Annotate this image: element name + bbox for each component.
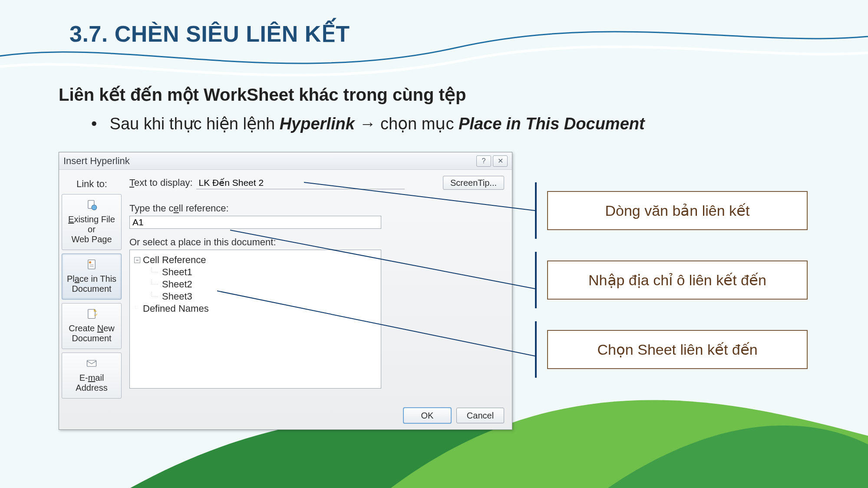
insert-hyperlink-dialog: Insert Hyperlink ? ✕ Link to: EExisting … bbox=[59, 152, 512, 430]
bullet-hyperlink-word: Hyperlink bbox=[280, 115, 355, 133]
close-button[interactable]: ✕ bbox=[493, 155, 508, 167]
cell-reference-label: Type the cell reference: bbox=[129, 203, 504, 214]
svg-rect-2 bbox=[88, 260, 95, 269]
email-address-button[interactable]: E-mail Address bbox=[62, 353, 122, 399]
place-in-this-document-button[interactable]: Place in This Document bbox=[62, 254, 122, 300]
text-to-display-input[interactable] bbox=[196, 176, 405, 189]
new-document-icon bbox=[86, 308, 98, 320]
collapse-icon[interactable]: − bbox=[134, 257, 140, 263]
tree-cell-reference[interactable]: − Cell Reference bbox=[132, 254, 378, 266]
svg-point-1 bbox=[92, 205, 97, 210]
bullet-arrow: → bbox=[355, 115, 380, 133]
slide-title: 3.7. CHÈN SIÊU LIÊN KẾT bbox=[69, 21, 350, 47]
callout-select-sheet: Chọn Sheet liên kết đến bbox=[547, 330, 808, 369]
tree-branch-icon bbox=[150, 292, 159, 301]
dialog-titlebar: Insert Hyperlink ? ✕ bbox=[59, 152, 512, 170]
link-to-label: Link to: bbox=[76, 178, 107, 190]
bullet-text-2: chọn mục bbox=[380, 115, 459, 133]
svg-rect-5 bbox=[87, 360, 96, 366]
callout-cell-reference: Nhập địa chỉ ô liên kết đến bbox=[547, 260, 808, 300]
tree-sheet2[interactable]: Sheet2 bbox=[132, 279, 378, 290]
tree-branch-icon bbox=[150, 267, 159, 277]
callout-bar-1 bbox=[535, 182, 537, 239]
callout-bar-2 bbox=[535, 252, 537, 308]
slide-subheading: Liên kết đến một WorkSheet khác trong cù… bbox=[59, 85, 466, 105]
link-to-panel: EExisting File orxisting File or Web Pag… bbox=[62, 194, 122, 402]
slide-bullet: • Sau khi thực hiện lệnh Hyperlink → chọ… bbox=[91, 113, 645, 135]
tree-branch-icon bbox=[134, 304, 140, 313]
tree-sheet3[interactable]: Sheet3 bbox=[132, 291, 378, 302]
callout-text-to-display: Dòng văn bản liên kết bbox=[547, 191, 808, 230]
text-to-display-label: Text to display: bbox=[129, 177, 193, 188]
cell-reference-input[interactable] bbox=[129, 216, 381, 229]
ok-button[interactable]: OK bbox=[403, 408, 451, 423]
document-target-icon bbox=[86, 258, 98, 270]
select-place-label: Or select a place in this document: bbox=[129, 237, 504, 248]
callout-bar-3 bbox=[535, 321, 537, 378]
globe-page-icon bbox=[86, 199, 98, 211]
envelope-icon bbox=[86, 357, 98, 369]
create-new-document-button[interactable]: Create New Document bbox=[62, 303, 122, 349]
tree-sheet1[interactable]: Sheet1 bbox=[132, 267, 378, 278]
existing-file-web-page-button[interactable]: EExisting File orxisting File or Web Pag… bbox=[62, 194, 122, 250]
place-tree[interactable]: − Cell Reference Sheet1 Sheet2 Sheet3 bbox=[129, 250, 381, 389]
help-button[interactable]: ? bbox=[476, 155, 491, 167]
cancel-button[interactable]: Cancel bbox=[456, 408, 504, 423]
bullet-place-word: Place in This Document bbox=[459, 115, 645, 133]
screentip-button[interactable]: ScreenTip... bbox=[443, 176, 504, 190]
tree-defined-names[interactable]: Defined Names bbox=[132, 303, 378, 314]
svg-point-3 bbox=[89, 261, 91, 264]
dialog-title: Insert Hyperlink bbox=[63, 155, 130, 167]
bullet-text-1: Sau khi thực hiện lệnh bbox=[110, 115, 280, 133]
tree-branch-icon bbox=[150, 280, 159, 289]
